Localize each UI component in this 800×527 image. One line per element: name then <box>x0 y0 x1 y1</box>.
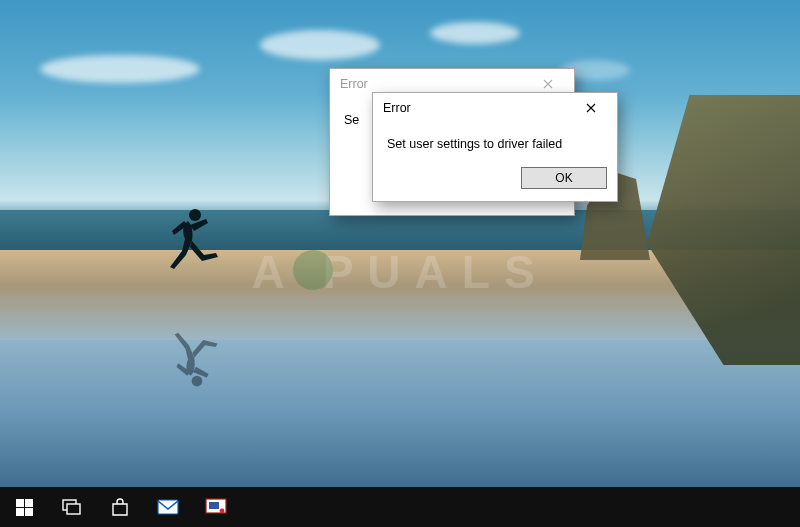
svg-rect-8 <box>158 500 178 514</box>
titlebar[interactable]: Error <box>373 93 617 123</box>
snipping-app[interactable] <box>192 487 240 527</box>
svg-rect-3 <box>25 499 33 507</box>
dialog-title: Error <box>340 77 368 91</box>
dialog-body: Set user settings to driver failed <box>373 123 617 161</box>
dialog-title: Error <box>383 101 411 115</box>
task-view-icon <box>62 499 82 515</box>
ok-button[interactable]: OK <box>521 167 607 189</box>
desktop[interactable]: APUALS Error Se Error Set user settings … <box>0 0 800 527</box>
wallpaper-runner-reflection <box>165 305 220 390</box>
store-icon <box>110 497 130 517</box>
cloud <box>430 22 520 44</box>
svg-rect-2 <box>16 499 24 507</box>
start-button[interactable] <box>0 487 48 527</box>
dialog-message: Se <box>344 113 359 127</box>
svg-rect-11 <box>209 502 219 509</box>
error-dialog-foreground[interactable]: Error Set user settings to driver failed… <box>372 92 618 202</box>
snip-icon <box>205 498 227 516</box>
cloud <box>260 30 380 60</box>
svg-rect-5 <box>25 508 33 516</box>
svg-rect-7 <box>67 504 80 514</box>
svg-rect-4 <box>16 508 24 516</box>
windows-logo-icon <box>16 499 33 516</box>
wallpaper-runner <box>160 205 220 300</box>
mail-app[interactable] <box>144 487 192 527</box>
cloud <box>40 55 200 83</box>
close-button[interactable] <box>571 97 611 119</box>
wallpaper-reflection <box>0 340 800 487</box>
svg-point-12 <box>220 509 225 514</box>
taskbar[interactable] <box>0 487 800 527</box>
store-app[interactable] <box>96 487 144 527</box>
dialog-footer: OK <box>373 161 617 201</box>
svg-point-1 <box>192 376 203 387</box>
mail-icon <box>157 498 179 516</box>
close-icon <box>543 79 553 89</box>
svg-point-0 <box>189 209 201 221</box>
dialog-message: Set user settings to driver failed <box>387 137 562 151</box>
close-icon <box>586 103 596 113</box>
task-view-button[interactable] <box>48 487 96 527</box>
